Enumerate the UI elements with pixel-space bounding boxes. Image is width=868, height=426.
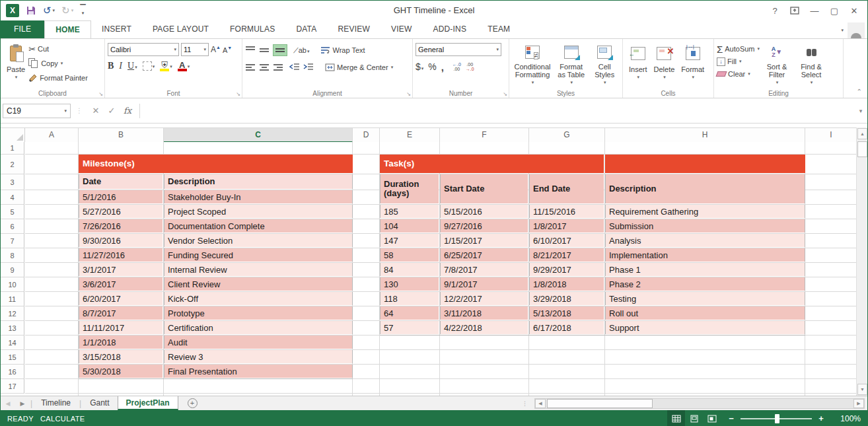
row-header-4[interactable]: 4	[1, 190, 24, 205]
page-break-view-button[interactable]	[703, 410, 721, 426]
redo-button[interactable]: ↻▾	[61, 5, 73, 17]
row-header-6[interactable]: 6	[1, 219, 24, 234]
row-header-1[interactable]: 1	[1, 142, 24, 155]
table-cell[interactable]: Project Scoped	[164, 205, 353, 218]
table-cell[interactable]: Certification	[164, 321, 353, 334]
table-cell[interactable]: Phase 1	[605, 263, 805, 276]
table-cell[interactable]: 8/21/2017	[529, 248, 604, 262]
row-header-11[interactable]: 11	[1, 292, 24, 306]
vertical-scrollbar[interactable]: ▲ ▼	[856, 127, 867, 396]
table-cell[interactable]: 58	[380, 248, 439, 262]
table-cell[interactable]: 147	[380, 234, 439, 247]
ribbon-tab-insert[interactable]: INSERT	[91, 20, 142, 38]
underline-button[interactable]: U▾	[127, 61, 137, 71]
row-header-17[interactable]: 17	[1, 379, 24, 394]
fill-color-button[interactable]: ⛨▾	[160, 61, 172, 71]
undo-button[interactable]: ↺▾	[43, 5, 55, 17]
table-cell[interactable]: 9/29/2017	[529, 263, 604, 276]
table-cell[interactable]: 6/10/2017	[529, 234, 604, 247]
table-cell[interactable]: Documentation Complete	[164, 219, 353, 232]
sheet-tab-timeline[interactable]: Timeline	[33, 396, 79, 410]
ribbon-tab-file[interactable]: FILE	[1, 20, 44, 38]
page-layout-view-button[interactable]	[685, 410, 703, 426]
sheet-tab-projectplan[interactable]: ProjectPlan	[118, 396, 178, 410]
cut-button[interactable]: ✂Cut	[28, 42, 88, 56]
row-header-13[interactable]: 13	[1, 321, 24, 336]
row-header-14[interactable]: 14	[1, 336, 24, 350]
formula-input[interactable]	[139, 104, 854, 118]
zoom-out-button[interactable]: −	[726, 413, 737, 423]
table-cell[interactable]: 130	[380, 277, 439, 291]
italic-button[interactable]: I	[119, 61, 122, 71]
table-cell[interactable]: 11/11/2017	[79, 321, 163, 334]
number-dialog-launcher[interactable]: ↘	[503, 91, 507, 97]
scroll-down-button[interactable]: ▼	[857, 384, 867, 395]
table-cell[interactable]: 1/8/2018	[529, 277, 604, 291]
table-cell[interactable]: Funding Secured	[164, 248, 353, 262]
select-all-corner[interactable]	[1, 128, 25, 142]
row-header-12[interactable]: 12	[1, 306, 24, 321]
decrease-decimal-button[interactable]: .00→.0	[466, 62, 474, 71]
ribbon-tab-home[interactable]: HOME	[44, 20, 91, 38]
table-cell[interactable]: Testing	[605, 292, 805, 305]
row-header-2[interactable]: 2	[1, 155, 24, 174]
scroll-up-button[interactable]: ▲	[857, 128, 867, 139]
align-right-icon[interactable]	[273, 63, 283, 72]
table-cell[interactable]: 5/15/2016	[440, 205, 528, 218]
table-cell[interactable]: Implementation	[605, 248, 805, 262]
column-header-B[interactable]: B	[79, 128, 164, 142]
row-header-8[interactable]: 8	[1, 248, 24, 263]
column-header-A[interactable]: A	[25, 128, 79, 142]
comma-button[interactable]: ,	[441, 61, 444, 73]
format-cells-button[interactable]: |↔| Format▾	[678, 42, 707, 89]
sheet-nav-right-icon[interactable]: ▶	[15, 400, 30, 407]
font-dialog-launcher[interactable]: ↘	[236, 91, 240, 97]
find-select-button[interactable]: Find & Select▾	[794, 42, 828, 89]
sort-filter-button[interactable]: AZ▼ Sort & Filter▾	[760, 42, 794, 89]
zoom-in-button[interactable]: +	[816, 413, 826, 423]
table-cell[interactable]: 12/2/2017	[440, 292, 528, 305]
merge-center-button[interactable]: Merge & Center▾	[325, 60, 393, 75]
column-header-I[interactable]: I	[805, 128, 857, 142]
sheet-tab-gantt[interactable]: Gantt	[82, 396, 117, 410]
confirm-entry-button[interactable]: ✓	[104, 106, 120, 116]
table-cell[interactable]: 118	[380, 292, 439, 305]
row-header-16[interactable]: 16	[1, 365, 24, 379]
clear-button[interactable]: Clear▾	[717, 68, 760, 80]
tab-splitter-handle[interactable]: ⋮	[522, 400, 528, 407]
help-button[interactable]: ?	[766, 3, 784, 18]
column-header-H[interactable]: H	[605, 128, 805, 142]
increase-indent-icon[interactable]	[303, 63, 314, 72]
table-cell[interactable]: 5/30/2018	[79, 365, 163, 378]
table-cell[interactable]: Vendor Selection	[164, 234, 353, 247]
table-cell[interactable]: 9/1/2017	[440, 277, 528, 291]
vertical-scroll-thumb[interactable]	[857, 141, 867, 157]
collapse-ribbon-button[interactable]: ⌃	[857, 88, 862, 95]
table-cell[interactable]: Audit	[164, 336, 353, 349]
row-header-5[interactable]: 5	[1, 205, 24, 219]
table-cell[interactable]: 5/1/2016	[79, 190, 163, 203]
column-header-F[interactable]: F	[440, 128, 529, 142]
table-cell[interactable]: 1/1/2018	[79, 336, 163, 349]
decrease-indent-icon[interactable]	[289, 63, 300, 72]
maximize-button[interactable]: ▢	[825, 3, 844, 18]
table-cell[interactable]: 185	[380, 205, 439, 218]
number-format-combobox[interactable]: General▾	[416, 43, 501, 56]
format-as-table-button[interactable]: Format as Table▾	[553, 42, 589, 89]
table-cell[interactable]: 64	[380, 306, 439, 320]
table-cell[interactable]: 9/27/2016	[440, 219, 528, 232]
ribbon-tab-add-ins[interactable]: ADD-INS	[422, 20, 477, 38]
signin-dropdown-icon[interactable]: ▾	[841, 28, 844, 33]
expand-formula-bar-icon[interactable]: ▾	[854, 108, 867, 114]
row-header-10[interactable]: 10	[1, 277, 24, 292]
table-cell[interactable]: Requirement Gathering	[605, 205, 805, 218]
row-header-15[interactable]: 15	[1, 350, 24, 365]
horizontal-scroll-thumb[interactable]	[547, 399, 653, 408]
table-cell[interactable]: Review 3	[164, 350, 353, 363]
ribbon-tab-team[interactable]: TEAM	[477, 20, 521, 38]
cell-styles-button[interactable]: Cell Styles▾	[589, 42, 620, 89]
zoom-level[interactable]: 100%	[832, 414, 861, 423]
fill-button[interactable]: ↓Fill▾	[717, 55, 760, 67]
paste-button[interactable]: Paste ▾	[3, 42, 28, 89]
ribbon-display-options-button[interactable]	[785, 3, 804, 18]
